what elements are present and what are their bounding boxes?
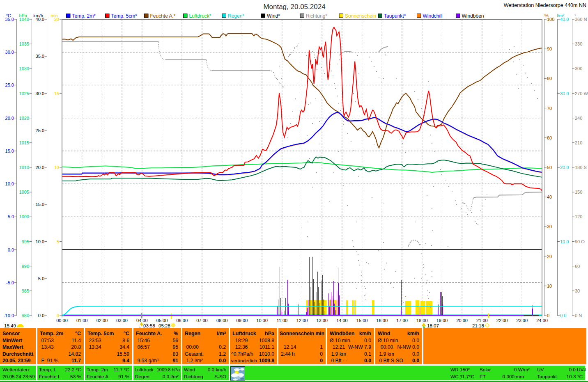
svg-text:20.05. 23:59: 20.05. 23:59 <box>2 358 31 364</box>
svg-text:15: 15 <box>54 91 59 96</box>
svg-text:1010.0: 1010.0 <box>259 351 274 357</box>
svg-text:Ø 10 min.: Ø 10 min. <box>378 338 400 343</box>
svg-text:Wetterstation Niedersorpe 440m: Wetterstation Niedersorpe 440m NN <box>504 2 586 8</box>
svg-text:Durchschnitt: Durchschnitt <box>2 351 33 357</box>
svg-text:30.0: 30.0 <box>5 50 14 55</box>
svg-text:10.0: 10.0 <box>5 181 14 186</box>
svg-text:23:53: 23:53 <box>87 338 101 343</box>
svg-text:Temp. I.: Temp. I. <box>39 367 56 373</box>
svg-text:30.0: 30.0 <box>560 91 569 96</box>
svg-text:0: 0 <box>547 313 549 318</box>
svg-text:1009.8 hPa: 1009.8 hPa <box>157 367 180 372</box>
svg-text:Wind: Wind <box>184 367 195 373</box>
svg-text:00:00: 00:00 <box>56 318 68 323</box>
svg-text:90: 90 <box>547 46 552 51</box>
svg-text:80: 80 <box>547 76 552 81</box>
svg-text:14:00: 14:00 <box>336 318 348 323</box>
svg-text:35.0: 35.0 <box>36 54 44 59</box>
svg-text:20.0: 20.0 <box>560 165 569 170</box>
svg-text:l/m²: l/m² <box>557 13 565 18</box>
svg-text:13:00: 13:00 <box>316 318 328 323</box>
svg-text:30: 30 <box>547 224 552 229</box>
svg-text:0.000 mm: 0.000 mm <box>503 374 524 380</box>
svg-text:1008.9: 1008.9 <box>259 338 274 343</box>
svg-text:22:00: 22:00 <box>496 318 508 323</box>
svg-text:10.3 °C: 10.3 °C <box>567 374 583 380</box>
svg-text:995: 995 <box>22 239 29 244</box>
svg-text:Sonnenschein: Sonnenschein <box>280 331 314 336</box>
svg-text:l/m²: l/m² <box>217 331 226 336</box>
svg-text:km/h: km/h <box>359 331 371 336</box>
svg-text:Feuchte A.: Feuchte A. <box>87 374 110 380</box>
svg-text:W-NW 7.9: W-NW 7.9 <box>348 344 371 350</box>
svg-text:Regen: Regen <box>185 331 200 336</box>
svg-text:15:49: 15:49 <box>4 323 16 328</box>
svg-text:12:21: 12:21 <box>330 344 345 350</box>
svg-text:1.9 km: 1.9 km <box>378 351 394 357</box>
svg-text:60: 60 <box>575 264 580 269</box>
svg-text:83: 83 <box>172 351 178 357</box>
svg-text:91 %: 91 % <box>118 374 129 380</box>
svg-text:Taupunkt*: Taupunkt* <box>384 13 406 19</box>
svg-text:%: % <box>174 331 178 336</box>
svg-text:Feuchte I.: Feuchte I. <box>39 374 60 380</box>
svg-text:1011.1: 1011.1 <box>260 344 275 350</box>
svg-text:9.4: 9.4 <box>122 358 129 364</box>
svg-text:05:00: 05:00 <box>156 318 168 323</box>
svg-text:0.0 UV-I: 0.0 UV-I <box>569 367 586 373</box>
svg-text:°: ° <box>574 13 576 18</box>
svg-text:360 N: 360 N <box>575 17 587 22</box>
svg-text:Regen*: Regen* <box>228 13 244 19</box>
svg-text:15:00: 15:00 <box>356 318 368 323</box>
svg-text:10: 10 <box>54 165 59 170</box>
svg-text:UV: UV <box>537 367 544 373</box>
svg-text:0 N: 0 N <box>575 313 582 318</box>
svg-text:330: 330 <box>575 41 582 46</box>
svg-text:0.2: 0.2 <box>219 344 226 350</box>
svg-text:°C: °C <box>124 331 129 336</box>
svg-text:180 S: 180 S <box>575 165 587 170</box>
svg-text:8.6: 8.6 <box>122 338 129 343</box>
svg-text:-10.0: -10.0 <box>4 313 14 318</box>
svg-text:10.0: 10.0 <box>560 239 569 244</box>
svg-text:5.0: 5.0 <box>8 214 14 219</box>
svg-text:MinWert: MinWert <box>2 338 22 343</box>
svg-text:km/h: km/h <box>407 331 419 336</box>
svg-text:Regen: Regen <box>135 374 149 380</box>
svg-text:2:44 h: 2:44 h <box>281 351 295 357</box>
svg-text:20.05.24 23:59: 20.05.24 23:59 <box>2 374 35 380</box>
svg-text:05:28: 05:28 <box>158 323 170 328</box>
svg-text:0.0: 0.0 <box>364 358 371 364</box>
svg-text:1005: 1005 <box>19 190 29 194</box>
svg-text:0 Bft S-SO: 0 Bft S-SO <box>378 358 403 364</box>
svg-text:10.0: 10.0 <box>36 239 44 244</box>
svg-text:0: 0 <box>320 351 323 357</box>
svg-text:01:00: 01:00 <box>76 318 88 323</box>
svg-text:985: 985 <box>22 288 29 293</box>
svg-text:24:00: 24:00 <box>536 318 548 323</box>
svg-text:95: 95 <box>172 344 178 350</box>
svg-text:min: min <box>315 331 324 336</box>
svg-text:WR 150°: WR 150° <box>450 367 470 373</box>
svg-text:ET: ET <box>480 374 486 380</box>
svg-text:17:00: 17:00 <box>396 318 408 323</box>
svg-text:15.59: 15.59 <box>117 351 130 357</box>
svg-text:0.0: 0.0 <box>560 313 566 318</box>
svg-text:00:00: 00:00 <box>378 344 393 350</box>
svg-text:0 Bft - -: 0 Bft - - <box>330 358 347 364</box>
svg-text:12:36: 12:36 <box>232 344 248 350</box>
svg-text:34.4: 34.4 <box>119 344 129 350</box>
svg-text:03:00: 03:00 <box>116 318 128 323</box>
svg-text:Taupunkt: Taupunkt <box>537 374 557 380</box>
svg-text:18:00: 18:00 <box>416 318 428 323</box>
svg-text:56: 56 <box>172 338 178 343</box>
svg-text:0.0: 0.0 <box>364 338 371 343</box>
svg-text:210: 210 <box>575 140 582 145</box>
svg-text:Sensor: Sensor <box>2 331 20 336</box>
svg-text:WC 11.7°C: WC 11.7°C <box>450 374 475 380</box>
svg-text:Ø 10 min.: Ø 10 min. <box>330 338 351 343</box>
svg-text:1009.8: 1009.8 <box>259 358 274 364</box>
svg-text:5: 5 <box>57 239 59 244</box>
svg-text:Sonnenschein: Sonnenschein <box>345 13 376 19</box>
svg-text:14.82: 14.82 <box>69 351 81 357</box>
